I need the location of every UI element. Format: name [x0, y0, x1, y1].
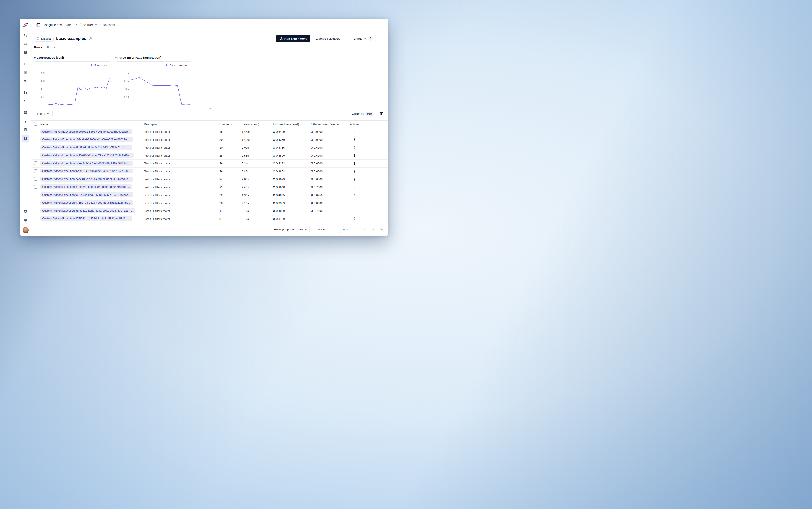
last-page-button[interactable] [379, 227, 384, 232]
breadcrumb-project[interactable]: no-filter [83, 23, 98, 27]
table-row[interactable]: Custom Python Execution e14fa348-5cfc-49… [31, 183, 388, 192]
chevron-down-icon [46, 112, 49, 115]
table-row[interactable]: Custom Python Execution 076b2704-341d-48… [31, 199, 388, 207]
sidebar-item-tracing[interactable] [22, 60, 29, 68]
tab-items[interactable]: Items [47, 45, 55, 52]
sidebar-item-dashboards[interactable] [22, 49, 29, 56]
row-actions-menu[interactable] [351, 169, 357, 174]
user-avatar[interactable] [23, 227, 29, 233]
rows-per-page-select[interactable]: 50 [297, 226, 310, 233]
run-name-link[interactable]: Custom Python Execution e14fa348-5cfc-49… [40, 184, 132, 189]
run-name-link[interactable]: Custom Python Execution adfae619-abb0-4d… [40, 208, 135, 213]
table-row[interactable]: Custom Python Execution d66e7991-8595-45… [31, 128, 388, 136]
row-actions-menu[interactable] [351, 184, 357, 190]
tab-runs[interactable]: Runs [34, 45, 42, 52]
columns-label: Columns [352, 112, 363, 115]
run-name-link[interactable]: Custom Python Execution 74de488e-ec9d-47… [40, 176, 133, 181]
sidebar-item-home[interactable] [22, 40, 29, 48]
table-row[interactable]: Custom Python Execution f6bb1614-1f90-40… [31, 168, 388, 176]
columns-button[interactable]: Columns 8/15 [349, 110, 376, 117]
sidebar-toggle-icon[interactable] [36, 23, 40, 27]
row-checkbox[interactable] [34, 217, 37, 220]
run-experiment-button[interactable]: Run experiment [276, 35, 310, 42]
row-checkbox[interactable] [34, 169, 37, 173]
row-checkbox[interactable] [34, 193, 37, 197]
sidebar-item-settings[interactable] [22, 208, 29, 215]
row-checkbox[interactable] [34, 185, 37, 189]
next-page-button[interactable] [371, 227, 376, 232]
row-checkbox[interactable] [34, 138, 37, 141]
run-name-link[interactable]: Custom Python Execution 1daec0f9-5e78-43… [40, 161, 133, 166]
chart-title: # Correctness (eval) [34, 56, 111, 59]
previous-page-button[interactable] [363, 227, 368, 232]
filters-button[interactable]: Filters [34, 110, 53, 117]
first-page-button[interactable] [354, 227, 360, 232]
table-row[interactable]: Custom Python Execution 74de488e-ec9d-47… [31, 175, 388, 183]
row-actions-menu[interactable] [351, 200, 357, 206]
sidebar-item-datasets[interactable] [22, 135, 29, 142]
section-resize-handle[interactable] [208, 107, 211, 110]
terminal-icon [24, 99, 27, 103]
table-row[interactable]: Custom Python Execution 1daec0f9-5e78-43… [31, 160, 388, 168]
breadcrumb-org[interactable]: langfuse-dev Team [44, 23, 77, 27]
row-actions-menu[interactable] [351, 145, 357, 150]
row-checkbox[interactable] [34, 201, 37, 204]
sidebar-item-insights[interactable] [22, 117, 29, 125]
table-row[interactable]: Custom Python Execution 5a15a616-1bab-44… [31, 152, 388, 160]
run-name-link[interactable]: Custom Python Execution 9fe23f98-881e-44… [40, 145, 132, 150]
run-name-link[interactable]: Custom Python Execution 114aa9ef-29e6-4e… [40, 137, 133, 142]
svg-text:0.2: 0.2 [41, 96, 45, 99]
run-description: Test our filter creator [144, 130, 219, 133]
info-icon[interactable] [89, 37, 92, 40]
run-name-link[interactable]: Custom Python Execution 5a15a616-1bab-44… [40, 153, 134, 158]
row-checkbox[interactable] [34, 161, 37, 165]
row-checkbox[interactable] [34, 177, 37, 181]
sidebar-item-search[interactable] [22, 32, 29, 39]
sidebar-item-annotation[interactable] [22, 126, 29, 133]
sidebar-item-users[interactable] [22, 77, 29, 85]
page-number-input[interactable] [328, 226, 340, 233]
row-actions-menu[interactable] [351, 208, 357, 214]
row-actions-menu[interactable] [351, 153, 357, 158]
run-name-link[interactable]: Custom Python Execution 371f531c-abff-4d… [40, 216, 132, 221]
row-checkbox[interactable] [34, 154, 37, 157]
row-actions-menu[interactable] [351, 137, 357, 142]
row-checkbox[interactable] [34, 130, 37, 133]
table-row[interactable]: Custom Python Execution 114aa9ef-29e6-4e… [31, 136, 388, 144]
row-actions-menu[interactable] [351, 176, 357, 182]
org-name: langfuse-dev [44, 23, 62, 27]
select-all-checkbox[interactable] [34, 122, 37, 126]
breadcrumb-section[interactable]: Datasets [103, 23, 114, 27]
sidebar-item-playground[interactable] [22, 98, 29, 105]
sidebar-item-sessions[interactable] [22, 69, 29, 76]
page-content: Dataset basic-examples Run experiment 1 … [31, 31, 388, 236]
row-actions-menu[interactable] [351, 216, 357, 222]
sidebar-item-evaluation[interactable] [22, 109, 29, 116]
sidebar-item-account[interactable] [22, 216, 29, 224]
table-view-icon[interactable] [378, 110, 385, 117]
row-actions-menu[interactable] [351, 161, 357, 166]
langfuse-logo-icon[interactable] [22, 22, 29, 28]
run-name-link[interactable]: Custom Python Execution f6bb1614-1f90-40… [40, 169, 133, 173]
run-name-link[interactable]: Custom Python Execution fe91b83e-04a5-47… [40, 192, 133, 197]
table-toolbar: Filters Columns 8/15 [34, 110, 385, 117]
row-actions-menu[interactable] [351, 129, 357, 135]
run-name-link[interactable]: Custom Python Execution d66e7991-8595-45… [40, 129, 132, 134]
table-row[interactable]: Custom Python Execution fe91b83e-04a5-47… [31, 191, 388, 199]
row-actions-menu[interactable] [351, 192, 357, 198]
row-checkbox[interactable] [34, 145, 37, 149]
table-row[interactable]: Custom Python Execution 9fe23f98-881e-44… [31, 144, 388, 152]
sidebar-item-prompts[interactable] [22, 89, 29, 96]
run-correctness: Ø 0.3979 [273, 178, 311, 181]
file-icon [24, 91, 27, 94]
page-actions-menu[interactable] [378, 35, 385, 42]
table-row[interactable]: Custom Python Execution 371f531c-abff-4d… [31, 215, 388, 223]
table-row[interactable]: Custom Python Execution adfae619-abb0-4d… [31, 207, 388, 215]
run-description: Test our filter creator [144, 162, 219, 165]
charts-dropdown[interactable]: Charts 2 [350, 35, 376, 42]
run-name-link[interactable]: Custom Python Execution 076b2704-341d-48… [40, 200, 133, 205]
row-checkbox[interactable] [34, 209, 37, 212]
run-latency: 2.79s [242, 209, 273, 212]
legend-dot-icon [166, 64, 167, 66]
active-evaluators-dropdown[interactable]: 1 active evaluators [313, 35, 348, 42]
